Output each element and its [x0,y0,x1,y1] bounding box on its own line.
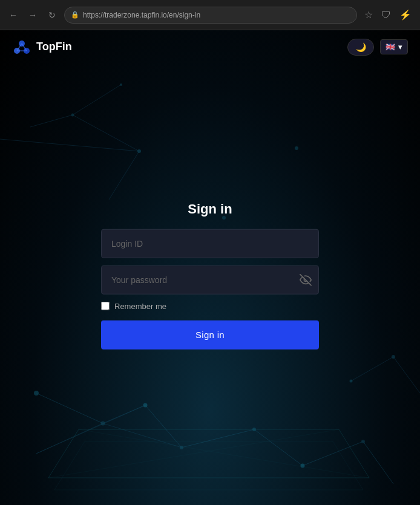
header: TopFin 🌙 🇬🇧 ▾ [0,30,420,64]
login-input-group [101,229,319,258]
svg-line-14 [254,429,303,466]
svg-point-21 [101,422,105,426]
svg-line-28 [393,357,420,393]
remember-row: Remember me [101,301,319,310]
password-input[interactable] [101,265,319,294]
svg-point-26 [361,440,365,443]
page-content: TopFin 🌙 🇬🇧 ▾ Sign in [0,30,420,505]
svg-point-29 [392,355,395,359]
flag-icon: 🇬🇧 [386,42,395,51]
browser-actions: ☆ 🛡 ⚡ [362,8,414,22]
url-text: https://traderzone.tapfin.io/en/sign-in [83,11,200,19]
svg-point-9 [295,146,298,150]
refresh-button[interactable]: ↻ [45,8,59,22]
svg-line-0 [0,139,139,151]
remember-checkbox[interactable] [101,302,110,310]
signin-title: Sign in [101,201,319,217]
svg-line-10 [36,393,103,423]
svg-point-30 [350,380,353,383]
svg-point-5 [137,149,141,153]
svg-point-20 [34,391,39,396]
header-right: 🌙 🇬🇧 ▾ [347,39,408,56]
shield-button[interactable]: 🛡 [379,8,393,22]
svg-line-4 [73,85,121,115]
browser-chrome: ← → ↻ 🔒 https://traderzone.tapfin.io/en/… [0,0,420,30]
svg-point-6 [71,114,74,117]
svg-line-3 [30,115,73,127]
eye-off-icon [300,273,312,285]
password-toggle-button[interactable] [300,273,312,285]
bookmark-button[interactable]: ☆ [362,8,375,22]
svg-line-31 [79,429,369,478]
password-input-group [101,265,319,294]
logo-icon [12,37,31,57]
svg-line-27 [351,357,393,381]
svg-line-13 [182,429,254,448]
address-bar[interactable]: 🔒 https://traderzone.tapfin.io/en/sign-i… [64,7,357,24]
svg-line-32 [48,429,339,478]
forward-button[interactable]: → [25,8,40,22]
svg-line-12 [145,405,182,448]
lock-icon: 🔒 [71,11,79,19]
signin-button[interactable]: Sign in [101,320,319,349]
extensions-button[interactable]: ⚡ [397,8,414,22]
svg-point-22 [143,403,148,408]
language-selector[interactable]: 🇬🇧 ▾ [380,39,408,54]
login-input[interactable] [101,229,319,258]
logo-text: TopFin [36,41,72,53]
logo[interactable]: TopFin [12,37,72,57]
moon-icon: 🌙 [356,42,366,52]
remember-label[interactable]: Remember me [114,301,166,310]
dark-mode-button[interactable]: 🌙 [347,39,374,56]
svg-line-2 [109,151,139,200]
svg-point-7 [120,83,122,86]
dropdown-icon: ▾ [398,42,402,51]
svg-point-25 [301,464,305,468]
svg-line-1 [73,115,139,151]
signin-container: Sign in Remember me Sign in [101,201,319,349]
back-button[interactable]: ← [6,8,21,22]
